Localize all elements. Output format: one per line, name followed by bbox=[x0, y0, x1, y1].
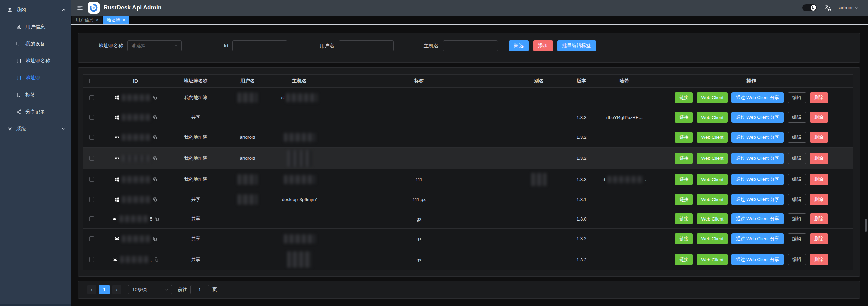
delete-button[interactable]: 删除 bbox=[810, 92, 828, 103]
row-checkbox[interactable] bbox=[89, 236, 94, 241]
app-window: 我的用户信息我的设备地址簿名称地址簿标签分享记录系统 RustDesk Api … bbox=[0, 0, 868, 306]
delete-button[interactable]: 删除 bbox=[810, 233, 828, 244]
dark-mode-toggle[interactable] bbox=[802, 4, 817, 11]
share-via-web-client-button[interactable]: 通过 Web Client 分享 bbox=[731, 254, 783, 265]
edit-button[interactable]: 编辑 bbox=[788, 174, 806, 185]
copy-icon[interactable] bbox=[154, 257, 159, 262]
cell-addressbook-name: 共享 bbox=[170, 249, 221, 270]
sidebar-item-2[interactable]: 我的设备 bbox=[0, 35, 71, 52]
web-client-button[interactable]: Web Client bbox=[697, 132, 728, 143]
link-button[interactable]: 链接 bbox=[675, 174, 693, 185]
copy-icon[interactable] bbox=[152, 115, 157, 120]
link-button[interactable]: 链接 bbox=[675, 132, 693, 143]
translate-icon[interactable] bbox=[824, 4, 832, 12]
edit-button[interactable]: 编辑 bbox=[788, 254, 806, 265]
link-button[interactable]: 链接 bbox=[675, 254, 693, 265]
tab-0[interactable]: 用户信息× bbox=[72, 16, 102, 24]
cell-text: desktop-3p6mjn7 bbox=[282, 197, 317, 202]
delete-button[interactable]: 删除 bbox=[810, 112, 828, 123]
web-client-button[interactable]: Web Client bbox=[697, 174, 728, 185]
row-checkbox[interactable] bbox=[89, 197, 94, 202]
prev-page-button[interactable]: ‹ bbox=[87, 285, 96, 294]
share-via-web-client-button[interactable]: 通过 Web Client 分享 bbox=[731, 112, 783, 123]
edit-button[interactable]: 编辑 bbox=[788, 233, 806, 244]
row-checkbox[interactable] bbox=[89, 79, 94, 83]
edit-button[interactable]: 编辑 bbox=[788, 112, 806, 123]
row-checkbox[interactable] bbox=[89, 177, 94, 182]
row-checkbox[interactable] bbox=[89, 135, 94, 140]
cell-addressbook-name: 共享 bbox=[170, 209, 221, 229]
web-client-button[interactable]: Web Client bbox=[697, 112, 728, 123]
link-button[interactable]: 链接 bbox=[675, 213, 693, 224]
sidebar-item-3[interactable]: 地址簿名称 bbox=[0, 52, 71, 69]
web-client-button[interactable]: Web Client bbox=[697, 194, 728, 205]
share-via-web-client-button[interactable]: 通过 Web Client 分享 bbox=[731, 174, 783, 185]
sidebar-item-1[interactable]: 用户信息 bbox=[0, 18, 71, 35]
sidebar-item-4[interactable]: 地址簿 bbox=[0, 69, 71, 86]
cell-hash bbox=[599, 127, 650, 148]
add-button[interactable]: 添加 bbox=[533, 40, 553, 51]
collapse-menu-icon[interactable] bbox=[77, 5, 83, 11]
username-label: 用户名 bbox=[320, 43, 335, 49]
tab-close-icon[interactable]: × bbox=[96, 18, 98, 22]
web-client-button[interactable]: Web Client bbox=[697, 254, 728, 265]
web-client-button[interactable]: Web Client bbox=[697, 92, 728, 103]
copy-icon[interactable] bbox=[152, 156, 157, 161]
addressbook-name-select[interactable]: 请选择 bbox=[127, 40, 182, 51]
share-via-web-client-button[interactable]: 通过 Web Client 分享 bbox=[731, 233, 783, 244]
page-number-button[interactable]: 1 bbox=[99, 285, 110, 294]
share-via-web-client-button[interactable]: 通过 Web Client 分享 bbox=[731, 132, 783, 143]
tab-1[interactable]: 地址簿× bbox=[103, 16, 129, 24]
copy-icon[interactable] bbox=[152, 135, 157, 140]
delete-button[interactable]: 删除 bbox=[810, 213, 828, 224]
edit-button[interactable]: 编辑 bbox=[788, 213, 806, 224]
link-button[interactable]: 链接 bbox=[675, 194, 693, 205]
page-size-select[interactable]: 10条/页 bbox=[128, 285, 172, 294]
delete-button[interactable]: 删除 bbox=[810, 132, 828, 143]
copy-icon[interactable] bbox=[152, 197, 157, 202]
link-button[interactable]: 链接 bbox=[675, 153, 693, 164]
next-page-button[interactable]: › bbox=[112, 285, 121, 294]
link-button[interactable]: 链接 bbox=[675, 92, 693, 103]
batch-edit-tags-button[interactable]: 批量编辑标签 bbox=[557, 40, 596, 51]
edit-button[interactable]: 编辑 bbox=[788, 132, 806, 143]
sidebar-item-0[interactable]: 我的 bbox=[0, 1, 71, 18]
copy-icon[interactable] bbox=[152, 236, 157, 241]
row-checkbox[interactable] bbox=[89, 257, 94, 262]
sidebar-item-6[interactable]: 分享记录 bbox=[0, 103, 71, 120]
copy-icon[interactable] bbox=[152, 95, 157, 100]
hostname-input[interactable] bbox=[443, 40, 498, 51]
id-input[interactable] bbox=[232, 40, 287, 51]
copy-icon[interactable] bbox=[152, 177, 157, 182]
scrollbar-thumb[interactable] bbox=[865, 219, 867, 232]
tab-close-icon[interactable]: × bbox=[123, 18, 125, 22]
filter-button[interactable]: 筛选 bbox=[509, 40, 529, 51]
web-client-button[interactable]: Web Client bbox=[697, 233, 728, 244]
row-checkbox[interactable] bbox=[89, 156, 94, 161]
share-via-web-client-button[interactable]: 通过 Web Client 分享 bbox=[731, 213, 783, 224]
sidebar-item-5[interactable]: 标签 bbox=[0, 86, 71, 103]
goto-page-input[interactable] bbox=[190, 285, 209, 294]
share-via-web-client-button[interactable]: 通过 Web Client 分享 bbox=[731, 153, 783, 164]
link-button[interactable]: 链接 bbox=[675, 233, 693, 244]
row-checkbox[interactable] bbox=[89, 95, 94, 100]
user-menu[interactable]: admin bbox=[839, 5, 860, 11]
sidebar-item-7[interactable]: 系统 bbox=[0, 120, 71, 137]
web-client-button[interactable]: Web Client bbox=[697, 153, 728, 164]
row-checkbox[interactable] bbox=[89, 216, 94, 221]
edit-button[interactable]: 编辑 bbox=[788, 194, 806, 205]
web-client-button[interactable]: Web Client bbox=[697, 213, 728, 224]
edit-button[interactable]: 编辑 bbox=[788, 92, 806, 103]
delete-button[interactable]: 删除 bbox=[810, 174, 828, 185]
delete-button[interactable]: 删除 bbox=[810, 153, 828, 164]
link-button[interactable]: 链接 bbox=[675, 112, 693, 123]
share-via-web-client-button[interactable]: 通过 Web Client 分享 bbox=[731, 194, 783, 205]
delete-button[interactable]: 删除 bbox=[810, 194, 828, 205]
copy-icon[interactable] bbox=[155, 216, 159, 221]
delete-button[interactable]: 删除 bbox=[810, 254, 828, 265]
edit-button[interactable]: 编辑 bbox=[788, 153, 806, 164]
username-input[interactable] bbox=[339, 40, 394, 51]
share-via-web-client-button[interactable]: 通过 Web Client 分享 bbox=[731, 92, 783, 103]
row-checkbox[interactable] bbox=[89, 115, 94, 120]
cell-text: 我的地址簿 bbox=[184, 155, 207, 161]
